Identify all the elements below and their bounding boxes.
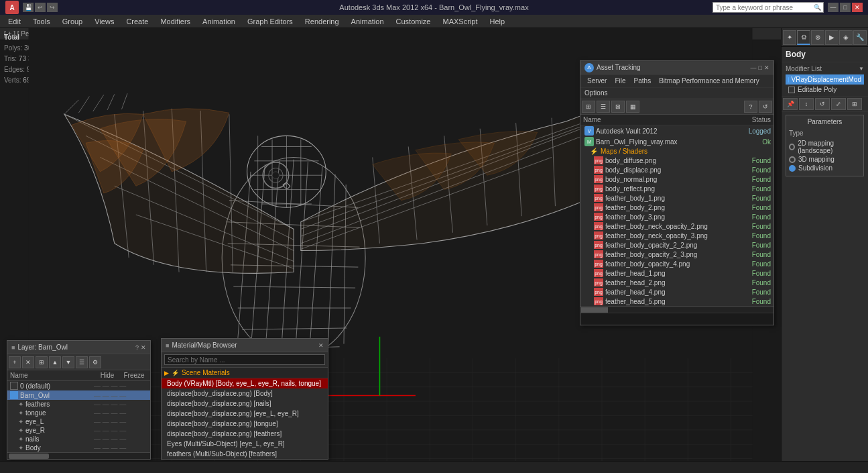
at-btn-3[interactable]: ⊠ — [611, 101, 625, 113]
at-file-row-1[interactable]: png body_displace.png Found — [580, 165, 773, 174]
at-menu-paths[interactable]: Paths — [630, 76, 656, 86]
qa-btn-3[interactable]: ↪ — [47, 3, 58, 12]
menu-edit[interactable]: Edit — [3, 16, 26, 27]
at-menu-bitmap-perf[interactable]: Bitmap Performance and Memory — [655, 76, 763, 86]
mb-item-7[interactable]: feathers (Multi/Sub-Object) [feathers] — [162, 449, 328, 459]
menu-help[interactable]: Help — [484, 16, 510, 27]
layer-btn4[interactable]: ▲ — [49, 356, 61, 368]
at-menu-file[interactable]: File — [611, 76, 629, 86]
at-menu-server[interactable]: Server — [583, 76, 611, 86]
at-maximize-btn[interactable]: □ — [759, 64, 762, 71]
mod-scale-btn[interactable]: ⤢ — [831, 98, 846, 110]
at-btn-1[interactable]: ⊞ — [582, 101, 595, 113]
modifier-list-dropdown[interactable]: ▼ — [859, 66, 864, 72]
list-item[interactable]: ✦ Body — — — — — [7, 443, 150, 452]
at-file-row-3[interactable]: png body_reflect.png Found — [580, 184, 773, 193]
at-btn-help[interactable]: ? — [744, 101, 757, 113]
menu-views[interactable]: Views — [89, 16, 119, 27]
modifier-item-epoly[interactable]: Editable Poly — [786, 85, 864, 95]
at-btn-4[interactable]: ▦ — [626, 101, 639, 113]
list-item[interactable]: ✦ feathers — — — — — [7, 400, 150, 409]
layer-btn6[interactable]: ☰ — [76, 356, 88, 368]
at-options-label[interactable]: Options — [584, 89, 607, 97]
layer-close-btn[interactable]: ✕ — [141, 344, 146, 351]
list-item[interactable]: Barn_Owl — — — — — [7, 390, 150, 400]
mb-search-input[interactable] — [164, 354, 325, 365]
cmd-motion-btn[interactable]: ▶ — [825, 30, 839, 45]
at-file-row-0[interactable]: png body_diffuse.png Found — [580, 156, 773, 165]
qa-btn-1[interactable]: 💾 — [23, 3, 34, 12]
at-btn-refresh[interactable]: ↺ — [759, 101, 772, 113]
layer-btn3[interactable]: ⊞ — [36, 356, 48, 368]
modifier-item-vray[interactable]: VRayDisplacementMod — [786, 74, 864, 85]
at-file-row-2[interactable]: png body_normal.png Found — [580, 174, 773, 184]
menu-rendering[interactable]: Rendering — [300, 16, 345, 27]
search-input[interactable] — [713, 3, 814, 12]
menu-customize[interactable]: Customize — [391, 16, 436, 27]
layer-help-btn[interactable]: ? — [135, 344, 139, 351]
at-file-row-11[interactable]: png feather_body_opacity_4.png Found — [580, 259, 773, 268]
list-item[interactable]: ✦ tongue — — — — — [7, 409, 150, 417]
mod-rotate-btn[interactable]: ↺ — [815, 98, 830, 110]
menu-animation2[interactable]: Animation — [346, 16, 389, 27]
mb-item-6[interactable]: Eyes (Multi/Sub-Object) [eye_L, eye_R] — [162, 439, 328, 449]
cmd-create-btn[interactable]: ✦ — [783, 30, 796, 45]
mb-item-4[interactable]: displace(body_displace.png) [tongue] — [162, 419, 328, 429]
mb-item-5[interactable]: displace(body_displace.png) [feathers] — [162, 429, 328, 439]
at-minimize-btn[interactable]: — — [751, 64, 757, 71]
at-file-row-13[interactable]: png feather_head_2.png Found — [580, 278, 773, 287]
qa-btn-2[interactable]: ↩ — [35, 3, 46, 12]
layer-delete-btn[interactable]: ✕ — [22, 356, 34, 368]
at-btn-2[interactable]: ☰ — [597, 101, 610, 113]
at-file-row-8[interactable]: png feather_body_neck_opacity_3.png Foun… — [580, 231, 773, 240]
radio-3d[interactable]: 3D mapping — [789, 156, 861, 163]
cmd-modify-btn[interactable]: ⚙ — [797, 30, 810, 45]
at-file-row-15[interactable]: png feather_head_5.png Found — [580, 297, 773, 306]
list-item[interactable]: ✦ nails — — — — — [7, 435, 150, 443]
at-row-vault[interactable]: V Autodesk Vault 2012 Logged — [580, 125, 773, 136]
menu-modifiers[interactable]: Modifiers — [155, 16, 196, 27]
cmd-utilities-btn[interactable]: 🔧 — [853, 30, 867, 45]
at-file-row-14[interactable]: png feather_head_4.png Found — [580, 287, 773, 297]
mb-item-3[interactable]: displace(body_displace.png) [eye_L, eye_… — [162, 409, 328, 419]
list-item[interactable]: 0 (default) — — — — — [7, 381, 150, 390]
at-file-row-12[interactable]: png feather_head_1.png Found — [580, 268, 773, 278]
cmd-display-btn[interactable]: ◈ — [839, 30, 853, 45]
modifier-epoly-checkbox — [788, 87, 795, 93]
at-file-row-7[interactable]: png feather_body_neck_opacity_2.png Foun… — [580, 221, 773, 231]
menu-tools[interactable]: Tools — [27, 16, 56, 27]
layer-new-btn[interactable]: + — [9, 356, 21, 368]
layer-btn5[interactable]: ▼ — [62, 356, 74, 368]
at-file-row-5[interactable]: png feather_body_2.png Found — [580, 203, 773, 212]
layer-scrollbar[interactable] — [9, 454, 49, 459]
at-file-row-10[interactable]: png feather_body_opacity_2_3.png Found — [580, 250, 773, 259]
radio-2d[interactable]: 2D mapping (landscape) — [789, 140, 861, 154]
at-scrollbar-h-thumb[interactable] — [581, 307, 608, 313]
at-close-btn[interactable]: ✕ — [764, 64, 769, 71]
menu-animation[interactable]: Animation — [197, 16, 241, 27]
at-file-row-9[interactable]: png feather_body_opacity_2_2.png Found — [580, 240, 773, 250]
cmd-hierarchy-btn[interactable]: ⊗ — [811, 30, 824, 45]
minimize-btn[interactable]: — — [828, 3, 839, 12]
list-item[interactable]: ✦ eye_L — — — — — [7, 417, 150, 426]
radio-subdivision[interactable]: Subdivision — [789, 164, 861, 172]
mb-item-1[interactable]: displace(body_displace.png) [Body] — [162, 388, 328, 399]
menu-create[interactable]: Create — [121, 16, 153, 27]
list-item[interactable]: ✦ eye_R — — — — — [7, 426, 150, 435]
menu-group[interactable]: Group — [57, 16, 88, 27]
mb-item-0[interactable]: Body (VRayMtl) [Body, eye_L, eye_R, nail… — [162, 378, 328, 388]
mb-close-btn[interactable]: ✕ — [318, 342, 324, 349]
at-file-row-6[interactable]: png feather_body_3.png Found — [580, 212, 773, 221]
menu-maxscript[interactable]: MAXScript — [438, 16, 483, 27]
mod-move-btn[interactable]: ↕ — [799, 98, 814, 110]
layer-btn7[interactable]: ⚙ — [89, 356, 101, 368]
at-group-maps[interactable]: ⚡ Maps / Shaders — [580, 147, 773, 156]
mod-pin-btn[interactable]: 📌 — [783, 98, 798, 110]
at-file-row-4[interactable]: png feather_body_1.png Found — [580, 193, 773, 203]
mb-item-2[interactable]: displace(body_displace.png) [nails] — [162, 399, 328, 409]
close-btn[interactable]: ✕ — [852, 3, 863, 12]
mod-grid-btn[interactable]: ⊞ — [847, 98, 862, 110]
menu-graph-editors[interactable]: Graph Editors — [242, 16, 298, 27]
maximize-btn[interactable]: □ — [840, 3, 851, 12]
at-row-maxfile[interactable]: M Barn_Owl_Flying_vray.max Ok — [580, 136, 773, 147]
